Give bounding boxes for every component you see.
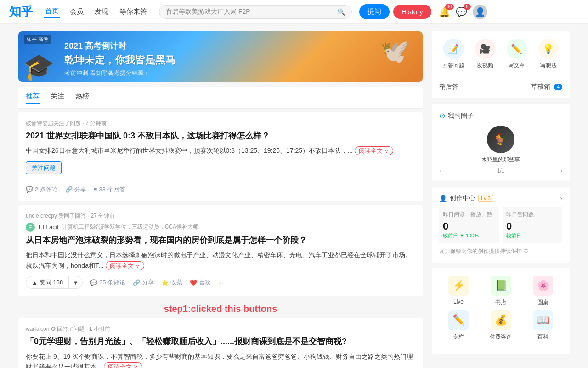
save-draft-label[interactable]: 稍后答: [439, 83, 458, 91]
follow-question-btn[interactable]: 关注问题: [26, 161, 62, 174]
sidebar-action-video[interactable]: 🎥 发视频: [471, 39, 499, 69]
answer-icon: 📝: [443, 39, 464, 59]
author-avatar-1: E: [26, 223, 35, 232]
feature-column[interactable]: ✏️ 专栏: [439, 310, 478, 341]
share-action-0[interactable]: 🔗 分享: [65, 185, 86, 194]
feed-tab-hot[interactable]: 热榜: [75, 92, 89, 104]
user-avatar[interactable]: 👤: [473, 5, 487, 19]
feature-bookstore[interactable]: 📗 书店: [481, 276, 520, 306]
history-button[interactable]: History: [393, 5, 431, 19]
share-action-1[interactable]: 🔗 分享: [133, 278, 154, 287]
feed-item-2: warfalcon ✪ 回答了问题 · 1 小时前 「0元学理财，告别月光族」、…: [18, 318, 423, 368]
feed-meta-2: warfalcon ✪ 回答了问题 · 1 小时前: [26, 325, 415, 333]
author-info-1: E El Facil 计算机工程&经济学双学位，三级运动员，CCA候补大师: [26, 223, 415, 232]
sidebar-actions-grid: 📝 回答问题 🎥 发视频 ✏️ 写文章 💡 写想法: [439, 39, 562, 69]
header: 知乎 首页 会员 发现 等你来答 🔍 提问 History 🔔 80 💬 6 👤: [0, 0, 588, 24]
sidebar-action-idea[interactable]: 💡 写想法: [534, 39, 562, 69]
circle-prev[interactable]: ‹: [439, 167, 441, 174]
feature-consult[interactable]: 💰 付费咨询: [481, 310, 520, 341]
creator-protect: 瓦力保镖为你的创作提供持续保护 🛡: [439, 247, 562, 255]
feed-tabs: 推荐 关注 热榜: [18, 87, 423, 109]
stat-box-likes: 昨日赞同数 0 较前日 --: [503, 207, 562, 243]
stat-sub-reads: 较前日 ▼ 100%: [443, 232, 495, 239]
feed-tab-recommend[interactable]: 推荐: [26, 92, 40, 104]
nav-item-home[interactable]: 首页: [44, 5, 60, 18]
vote-down-1[interactable]: ▼: [69, 277, 82, 288]
stat-sub-likes: 较前日 --: [506, 232, 559, 239]
feed-item-1: uncle creepy 赞同了回答 · 27 分钟前 E El Facil 计…: [18, 205, 423, 296]
idea-icon: 💡: [538, 39, 559, 59]
feed-actions-0: 💬 2 条评论 🔗 分享 ≡ 33 个回答: [26, 185, 415, 194]
feed-question-title-1[interactable]: 从日本房地产泡沫破裂的形势看，现在国内的房价到底是属于怎样一个阶段？: [26, 235, 415, 246]
main-container: 知乎 高考 🎓 2021 高考倒计时 乾坤未定，你我皆是黑马 考前冲刺 看知乎备…: [18, 0, 570, 368]
consult-icon: 💰: [491, 310, 511, 330]
author-name-1[interactable]: El Facil: [39, 224, 58, 230]
roundtable-icon: 🌸: [533, 276, 553, 296]
banner-slogan2: 考前冲刺 看知乎备考提分锦囊 ›: [64, 69, 175, 77]
read-more-2[interactable]: 阅读全文 ∨: [104, 362, 143, 368]
circle-items: 🐓 木鸡里的那些事: [439, 126, 562, 164]
column-icon: ✏️: [448, 310, 469, 330]
circle-next[interactable]: ›: [560, 167, 562, 174]
banner[interactable]: 知乎 高考 🎓 2021 高考倒计时 乾坤未定，你我皆是黑马 考前冲刺 看知乎备…: [18, 31, 423, 82]
search-bar[interactable]: 🔍: [159, 5, 352, 19]
collect-action-1[interactable]: ⭐ 收藏: [161, 278, 182, 287]
circle-img-0: 🐓: [487, 126, 514, 153]
stat-value-reads: 0: [443, 220, 495, 232]
feature-live[interactable]: ⚡ Live: [439, 276, 478, 306]
feed-column: 知乎 高考 🎓 2021 高考倒计时 乾坤未定，你我皆是黑马 考前冲刺 看知乎备…: [18, 24, 423, 368]
nav: 首页 会员 发现 等你来答: [44, 5, 148, 18]
ask-button[interactable]: 提问: [359, 4, 390, 19]
notification-bell[interactable]: 🔔 80: [439, 6, 450, 17]
nav-item-waiting[interactable]: 等你来答: [119, 6, 148, 18]
feed-item-0: 破音特委届关注了问题 · 7 分钟前 2021 世界女排联赛中国队 0:3 不敌…: [18, 112, 423, 201]
banner-slogan1: 乾坤未定，你我皆是黑马: [64, 53, 175, 67]
feed-content-2: 你要花上 9、19 买个财商课，不算智商税，多少有些财商的基本知识，要么是来自富…: [26, 351, 415, 368]
consult-label: 付费咨询: [490, 333, 512, 341]
roundtable-label: 圆桌: [537, 299, 548, 306]
wiki-icon: 📖: [533, 310, 553, 330]
comment-action-1[interactable]: 💬 25 条评论: [90, 278, 125, 287]
column-label: 专栏: [453, 333, 464, 341]
feed-question-title-0[interactable]: 2021 世界女排联赛中国队 0:3 不敌日本队，这场比赛打得怎么样？: [26, 130, 415, 142]
feature-wiki[interactable]: 📖 百科: [524, 310, 562, 341]
feed-tab-follow[interactable]: 关注: [51, 92, 64, 104]
creator-title: 👤 创作中心 Lv 3: [439, 194, 493, 202]
sidebar-draft-row: 稍后答 草稿箱 4: [439, 83, 562, 91]
read-more-0[interactable]: 阅读全文 ∨: [355, 146, 394, 155]
search-icon[interactable]: 🔍: [337, 8, 345, 16]
read-more-1[interactable]: 阅读全文 ∨: [106, 261, 145, 270]
circle-page: 1/1: [497, 167, 505, 174]
more-action-1[interactable]: ···: [218, 279, 223, 286]
feed-question-title-2[interactable]: 「0元学理财，告别月光族」、「轻松赚取睡后收入」......报财商课到底是不是交…: [26, 336, 415, 347]
wiki-label: 百科: [537, 333, 548, 341]
comment-action-0[interactable]: 💬 2 条评论: [26, 185, 58, 194]
stat-label-likes: 昨日赞同数: [506, 211, 559, 218]
features-card: ⚡ Live 📗 书店 🌸 圆桌 ✏️ 专栏 💰 付费咨询: [432, 268, 570, 354]
vote-up-1[interactable]: ▲ 赞同 138: [26, 276, 69, 288]
answers-action-0[interactable]: ≡ 33 个回答: [94, 185, 125, 194]
my-circle-header: ⊙ 我的圈子: [439, 111, 562, 120]
bookstore-icon: 📗: [491, 276, 511, 296]
feature-roundtable[interactable]: 🌸 圆桌: [524, 276, 562, 306]
search-input[interactable]: [166, 8, 337, 16]
message-icon[interactable]: 💬 6: [456, 6, 467, 17]
creator-level: Lv 3: [478, 195, 493, 202]
creator-arrow[interactable]: ›: [560, 195, 562, 202]
nav-item-discover[interactable]: 发现: [94, 6, 109, 18]
sidebar-divider: [439, 77, 562, 77]
logo[interactable]: 知乎: [9, 4, 33, 20]
feed-content-0: 中国女排26日在意大利城市里米尼举行的世界女排联赛中，预赛次轮以0:3（13:2…: [26, 145, 415, 156]
answer-label: 回答问题: [442, 62, 464, 69]
sidebar-action-answer[interactable]: 📝 回答问题: [439, 39, 467, 69]
sidebar-action-article[interactable]: ✏️ 写文章: [503, 39, 531, 69]
nav-item-member[interactable]: 会员: [69, 6, 85, 18]
feed-actions-1: ▲ 赞同 138 ▼ 💬 25 条评论 🔗 分享 ⭐ 收藏 ❤️ 喜欢 ···: [26, 276, 415, 289]
sidebar-actions-card: 📝 回答问题 🎥 发视频 ✏️ 写文章 💡 写想法 稍后答: [432, 31, 570, 98]
header-icons: 🔔 80 💬 6 👤: [439, 5, 487, 19]
banner-label: 知乎 高考: [24, 35, 51, 44]
creator-person-icon: 👤: [439, 195, 447, 202]
like-action-1[interactable]: ❤️ 喜欢: [190, 278, 211, 287]
feed-meta-1: uncle creepy 赞同了回答 · 27 分钟前: [26, 212, 415, 220]
circle-item-0[interactable]: 🐓 木鸡里的那些事: [481, 126, 520, 164]
